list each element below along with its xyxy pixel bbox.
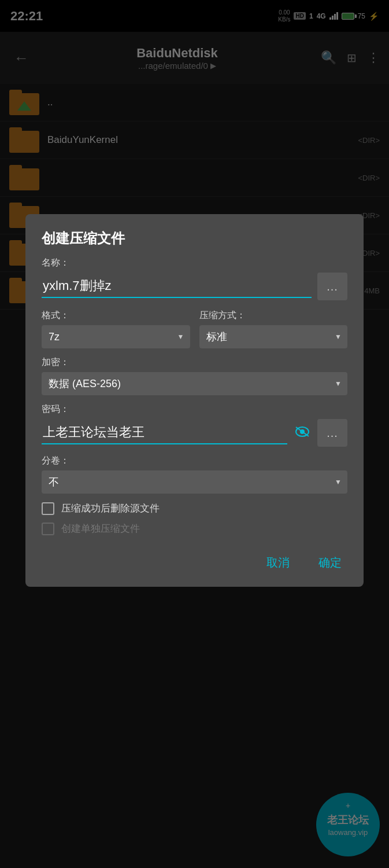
password-dots-button[interactable]: ... bbox=[317, 419, 347, 447]
compression-dropdown-wrap: 标准 bbox=[199, 325, 348, 348]
name-label: 名称： bbox=[42, 257, 347, 269]
encryption-dropdown-wrap: 数据 (AES-256) bbox=[42, 372, 347, 395]
format-label: 格式： bbox=[42, 310, 190, 322]
name-input[interactable] bbox=[42, 275, 312, 298]
format-compression-row: 格式： 7z 压缩方式： 标准 bbox=[42, 310, 347, 348]
volume-dropdown-wrap: 不 bbox=[42, 470, 347, 494]
volume-label: 分卷： bbox=[42, 455, 347, 467]
delete-source-checkbox[interactable] bbox=[42, 502, 54, 515]
volume-dropdown[interactable]: 不 bbox=[42, 470, 347, 494]
checkbox1-label: 压缩成功后删除源文件 bbox=[61, 502, 160, 515]
password-label: 密码： bbox=[42, 403, 347, 415]
format-dropdown-wrap: 7z bbox=[42, 325, 190, 348]
compression-dropdown[interactable]: 标准 bbox=[199, 325, 348, 348]
checkbox1-row: 压缩成功后删除源文件 bbox=[42, 502, 347, 515]
dialog-title: 创建压缩文件 bbox=[42, 229, 347, 248]
compression-label: 压缩方式： bbox=[199, 310, 348, 322]
cancel-button[interactable]: 取消 bbox=[261, 551, 295, 574]
eye-icon[interactable] bbox=[293, 425, 312, 441]
create-archive-dialog: 创建压缩文件 名称： ... 格式： 7z 压缩方式： 标准 bbox=[25, 214, 364, 587]
password-row: 密码： ... bbox=[42, 403, 347, 447]
name-input-row: ... bbox=[42, 273, 347, 300]
format-dropdown[interactable]: 7z bbox=[42, 325, 190, 348]
encryption-row: 加密： 数据 (AES-256) bbox=[42, 356, 347, 395]
format-col: 格式： 7z bbox=[42, 310, 190, 348]
checkbox2-label: 创建单独压缩文件 bbox=[61, 522, 140, 535]
separate-archive-checkbox bbox=[42, 523, 54, 535]
volume-row: 分卷： 不 bbox=[42, 455, 347, 494]
encryption-dropdown[interactable]: 数据 (AES-256) bbox=[42, 372, 347, 395]
password-input-row: ... bbox=[42, 419, 347, 447]
dialog-footer: 取消 确定 bbox=[42, 546, 347, 574]
compression-col: 压缩方式： 标准 bbox=[199, 310, 348, 348]
name-dots-button[interactable]: ... bbox=[317, 273, 347, 300]
password-input[interactable] bbox=[42, 421, 287, 444]
name-row: 名称： ... bbox=[42, 257, 347, 300]
encryption-label: 加密： bbox=[42, 356, 347, 369]
confirm-button[interactable]: 确定 bbox=[313, 551, 347, 574]
checkbox2-row: 创建单独压缩文件 bbox=[42, 522, 347, 535]
